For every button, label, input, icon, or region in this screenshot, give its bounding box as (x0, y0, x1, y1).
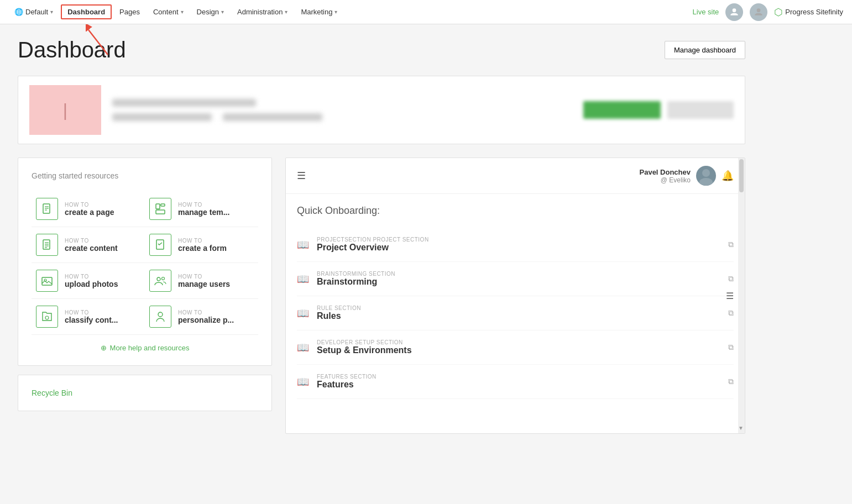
onboarding-item-features-text: FEATURES SECTION Features (317, 374, 720, 390)
howto-create-content[interactable]: HOW TO create content (32, 227, 145, 263)
blur-line-2 (112, 113, 212, 121)
user-name-block: Pavel Donchev @ Eveliko (640, 168, 691, 184)
onboarding-item-brainstorming[interactable]: 📖 BRAINSTORMING SECTION Brainstorming ⧉ (297, 262, 734, 296)
external-link-icon-4: ⧉ (728, 343, 734, 352)
topnav-right: Live site ⬡ Progress Sitefinity (693, 3, 843, 21)
scrollbar[interactable]: ▼ (738, 158, 745, 433)
plus-circle-icon: ⊕ (101, 344, 107, 352)
nav-item-design[interactable]: Design ▾ (191, 6, 229, 18)
right-column: ▼ ☰ Pavel Donchev @ Eveliko 🔔 (285, 158, 745, 434)
blur-line-3 (223, 113, 322, 121)
page-title-row: Dashboard Manage dashboard (18, 38, 745, 62)
svg-point-1 (757, 8, 761, 12)
onboarding-item-setup-text: DEVELOPER SETUP SECTION Setup & Environm… (317, 339, 720, 355)
progress-logo-icon: ⬡ (774, 6, 783, 18)
howto-classify-content[interactable]: HOW TO classify cont... (32, 299, 145, 335)
chevron-down-icon: ▾ (285, 9, 288, 15)
howto-manage-users-text: HOW TO manage users (178, 274, 230, 288)
nav-item-pages[interactable]: Pages (114, 6, 145, 18)
user-avatar-2[interactable] (750, 3, 767, 21)
hamburger-menu-icon[interactable]: ☰ (297, 170, 306, 182)
personalize-icon (149, 306, 171, 328)
live-site-link[interactable]: Live site (693, 8, 719, 16)
book-icon-2: 📖 (297, 273, 309, 285)
two-column-layout: Getting started resources HOW TO create … (18, 158, 745, 434)
book-icon-4: 📖 (297, 342, 309, 354)
users-icon (149, 270, 171, 292)
onboarding-item-project-overview[interactable]: 📖 PROJECTSECTION PROJECT SECTION Project… (297, 228, 734, 262)
top-navigation: 🌐 Default ▾ Dashboard Pages Content ▾ De… (0, 0, 852, 24)
blur-line-1 (112, 99, 256, 107)
nav-item-marketing[interactable]: Marketing ▾ (295, 6, 343, 18)
progress-logo: ⬡ Progress Sitefinity (774, 6, 843, 18)
scroll-thumb (739, 159, 744, 192)
chevron-down-icon: ▾ (50, 9, 53, 15)
howto-manage-users[interactable]: HOW TO manage users (145, 263, 258, 299)
external-link-icon-2: ⧉ (728, 274, 734, 284)
template-icon (149, 198, 171, 220)
svg-point-21 (45, 316, 49, 319)
recycle-bin-card: Recycle Bin (18, 375, 272, 411)
onboarding-item-rules-text: RULE SECTION Rules (317, 305, 720, 321)
howto-create-content-text: HOW TO create content (65, 238, 118, 253)
onboarding-item-rules[interactable]: 📖 RULE SECTION Rules ⧉ (297, 296, 734, 330)
svg-point-22 (158, 312, 163, 317)
user-info: Pavel Donchev @ Eveliko 🔔 (640, 166, 734, 186)
chevron-down-icon: ▾ (221, 9, 224, 15)
howto-upload-photos[interactable]: HOW TO upload photos (32, 263, 145, 299)
photo-icon (36, 270, 58, 292)
manage-dashboard-button[interactable]: Manage dashboard (665, 41, 745, 59)
svg-rect-8 (156, 204, 160, 209)
svg-point-0 (733, 8, 736, 12)
notification-bell-icon[interactable]: 🔔 (722, 170, 734, 182)
onboarding-user-avatar[interactable] (696, 166, 716, 186)
blur-outline-button (667, 101, 734, 119)
external-link-icon: ⧉ (728, 240, 734, 249)
main-content: Dashboard Manage dashboard | Getting sta… (0, 24, 763, 447)
svg-point-23 (702, 169, 710, 177)
side-menu-icon[interactable]: ☰ (726, 291, 734, 301)
globe-icon: 🌐 (14, 8, 23, 16)
nav-item-content[interactable]: Content ▾ (148, 6, 189, 18)
svg-rect-17 (42, 277, 52, 285)
onboarding-item-project-overview-text: PROJECTSECTION PROJECT SECTION Project O… (317, 237, 720, 253)
user-sub: @ Eveliko (640, 176, 691, 184)
howto-create-form[interactable]: HOW TO create a form (145, 227, 258, 263)
howto-upload-photos-text: HOW TO upload photos (65, 274, 118, 288)
howto-create-page[interactable]: HOW TO create a page (32, 191, 145, 227)
onboarding-list: 📖 PROJECTSECTION PROJECT SECTION Project… (297, 228, 734, 399)
classify-icon (36, 306, 58, 328)
page-title: Dashboard (18, 38, 126, 62)
svg-point-20 (162, 277, 165, 280)
svg-rect-9 (161, 204, 165, 206)
banner-card: | (18, 76, 745, 144)
howto-manage-templates-text: HOW TO manage tem... (178, 202, 229, 217)
howto-grid: HOW TO create a page HOW TO manage tem..… (32, 191, 258, 335)
onboarding-item-features[interactable]: 📖 FEATURES SECTION Features ⧉ (297, 365, 734, 399)
onboarding-item-setup[interactable]: 📖 DEVELOPER SETUP SECTION Setup & Enviro… (297, 330, 734, 365)
left-column: Getting started resources HOW TO create … (18, 158, 272, 411)
nav-item-default[interactable]: 🌐 Default ▾ (9, 6, 59, 18)
scroll-down-icon[interactable]: ▼ (738, 425, 744, 431)
onboarding-item-brainstorming-text: BRAINSTORMING SECTION Brainstorming (317, 271, 720, 287)
onboarding-section-title: Quick Onboarding: (297, 205, 734, 217)
user-avatar-1[interactable] (725, 3, 743, 21)
book-icon: 📖 (297, 239, 309, 251)
more-help-link[interactable]: ⊕ More help and resources (32, 344, 258, 352)
svg-point-19 (157, 277, 160, 281)
book-icon-3: 📖 (297, 307, 309, 319)
onboarding-panel: ▼ ☰ Pavel Donchev @ Eveliko 🔔 (285, 158, 745, 434)
svg-rect-10 (156, 210, 165, 214)
book-icon-5: 📖 (297, 376, 309, 388)
external-link-icon-5: ⧉ (728, 377, 734, 386)
getting-started-title: Getting started resources (32, 171, 258, 180)
nav-item-dashboard[interactable]: Dashboard (61, 4, 112, 19)
nav-item-administration[interactable]: Administration ▾ (232, 6, 293, 18)
howto-create-form-text: HOW TO create a form (178, 238, 227, 253)
banner-blurred-content (112, 99, 572, 121)
recycle-bin-link[interactable]: Recycle Bin (32, 389, 72, 397)
howto-create-page-text: HOW TO create a page (65, 202, 114, 217)
howto-personalize[interactable]: HOW TO personalize p... (145, 299, 258, 335)
blur-line-row (112, 113, 572, 121)
howto-manage-templates[interactable]: HOW TO manage tem... (145, 191, 258, 227)
